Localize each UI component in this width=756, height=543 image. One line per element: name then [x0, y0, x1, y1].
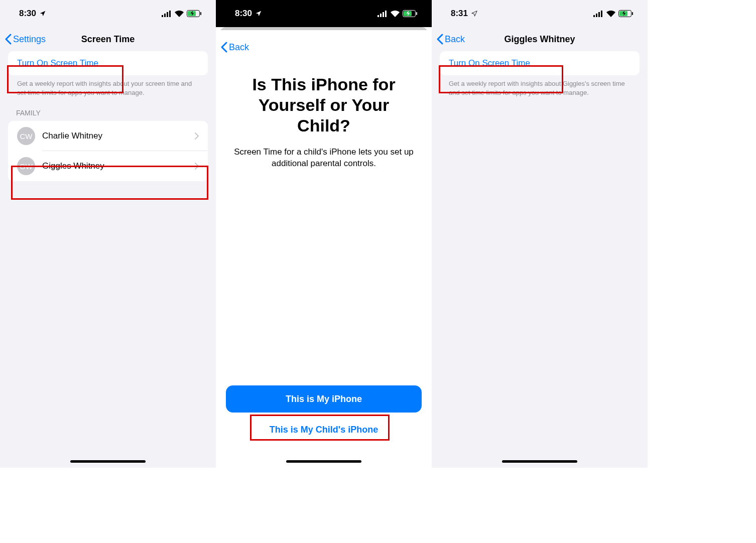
primary-label: This is My iPhone	[286, 394, 362, 404]
cellular-icon	[377, 11, 388, 17]
hero-subtitle: Screen Time for a child's iPhone lets yo…	[230, 147, 418, 170]
turn-on-group: Turn On Screen Time Get a weekly report …	[8, 51, 208, 97]
back-button[interactable]: Back	[221, 42, 249, 53]
family-member-charlie[interactable]: CW Charlie Whitney	[8, 121, 208, 151]
status-time: 8:31	[451, 9, 468, 19]
family-name: Charlie Whitney	[42, 131, 102, 141]
turn-on-label: Turn On Screen Time	[17, 58, 98, 68]
turn-on-footer: Get a weekly report with insights about …	[440, 75, 640, 97]
svg-rect-13	[416, 12, 417, 15]
svg-rect-0	[162, 15, 163, 17]
turn-on-footer: Get a weekly report with insights about …	[8, 75, 208, 97]
svg-rect-15	[596, 14, 597, 17]
family-group: CW Charlie Whitney GW Giggles Whitney	[8, 121, 208, 181]
status-right	[162, 10, 202, 17]
wifi-icon	[175, 11, 184, 17]
nav-bar: Settings Screen Time	[0, 27, 216, 51]
status-left: 8:31	[451, 9, 478, 19]
status-bar: 8:31	[432, 0, 648, 27]
home-indicator[interactable]	[286, 460, 361, 463]
svg-rect-1	[164, 14, 166, 17]
avatar: CW	[17, 127, 35, 145]
svg-rect-9	[383, 12, 384, 17]
status-left: 8:30	[19, 9, 46, 19]
screen-settings-screentime: 8:30 Settings Screen Time Turn On Screen	[0, 0, 216, 468]
turn-on-screen-time-button[interactable]: Turn On Screen Time	[440, 51, 640, 75]
svg-rect-14	[593, 15, 595, 17]
nav-bar: Back	[216, 30, 432, 58]
status-bar: 8:30	[0, 0, 216, 27]
screen-child-screentime: 8:31 Back Giggles Whitney Turn On Screen	[432, 0, 648, 468]
status-time: 8:30	[235, 9, 252, 19]
family-section-header: FAMILY	[0, 97, 216, 121]
status-right	[377, 10, 418, 17]
svg-rect-8	[380, 14, 382, 17]
svg-rect-20	[632, 12, 633, 15]
this-is-my-childs-iphone-button[interactable]: This is My Child's iPhone	[226, 420, 422, 440]
status-right	[593, 10, 634, 17]
svg-rect-17	[601, 11, 602, 17]
location-icon	[255, 10, 262, 17]
family-member-giggles[interactable]: GW Giggles Whitney	[8, 151, 208, 181]
battery-charging-icon	[403, 10, 418, 17]
hero: Is This iPhone for Yourself or Your Chil…	[216, 58, 432, 170]
this-is-my-iphone-button[interactable]: This is My iPhone	[226, 385, 422, 413]
location-icon	[39, 10, 46, 17]
svg-rect-10	[385, 11, 387, 17]
battery-charging-icon	[187, 10, 202, 17]
svg-rect-16	[598, 12, 600, 17]
turn-on-screen-time-button[interactable]: Turn On Screen Time	[8, 51, 208, 75]
back-button[interactable]: Settings	[5, 34, 46, 45]
screen-ownership-prompt: 8:30 Back Is This iPhone for	[216, 0, 432, 468]
wifi-icon	[391, 11, 400, 17]
status-bar: 8:30	[216, 0, 432, 27]
avatar: GW	[17, 157, 35, 175]
button-stack: This is My iPhone This is My Child's iPh…	[216, 385, 432, 468]
status-left: 8:30	[235, 9, 262, 19]
turn-on-group: Turn On Screen Time Get a weekly report …	[440, 51, 640, 97]
hero-title: Is This iPhone for Yourself or Your Chil…	[230, 74, 418, 135]
nav-bar: Back Giggles Whitney	[432, 27, 648, 51]
svg-rect-3	[169, 11, 171, 17]
wifi-icon	[606, 11, 615, 17]
svg-rect-6	[200, 12, 201, 15]
chevron-right-icon	[195, 163, 199, 170]
svg-rect-2	[167, 12, 168, 17]
cellular-icon	[593, 11, 603, 17]
cellular-icon	[162, 11, 172, 17]
battery-charging-icon	[618, 10, 634, 17]
status-time: 8:30	[19, 9, 36, 19]
family-name: Giggles Whitney	[42, 161, 104, 171]
chevron-right-icon	[195, 132, 199, 140]
back-button[interactable]: Back	[437, 34, 465, 45]
back-label: Settings	[13, 34, 46, 45]
svg-rect-7	[377, 15, 379, 17]
modal-sheet: Back Is This iPhone for Yourself or Your…	[216, 30, 432, 468]
turn-on-label: Turn On Screen Time	[449, 58, 530, 68]
location-icon	[471, 10, 478, 17]
home-indicator[interactable]	[502, 460, 577, 463]
home-indicator[interactable]	[70, 460, 146, 463]
back-label: Back	[229, 42, 249, 53]
back-label: Back	[445, 34, 465, 45]
secondary-label: This is My Child's iPhone	[270, 425, 378, 435]
